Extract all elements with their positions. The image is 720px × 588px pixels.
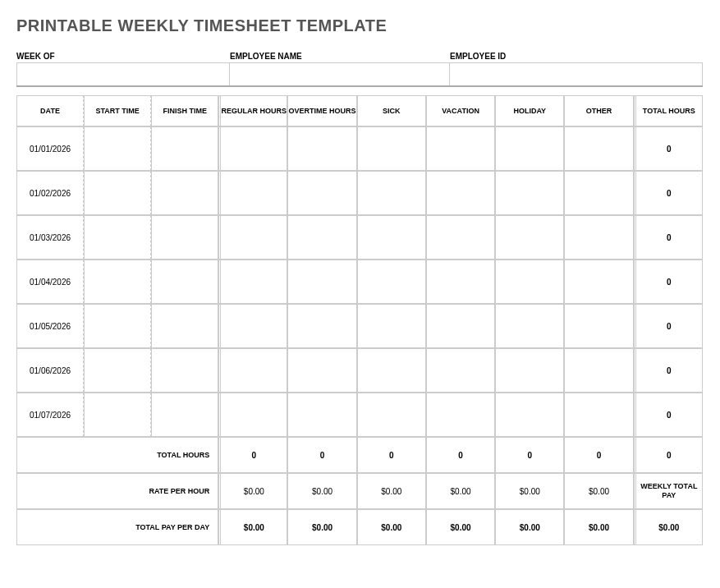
pay-label: TOTAL PAY PER DAY bbox=[16, 509, 218, 545]
overtime-cell[interactable] bbox=[287, 171, 356, 215]
employee-id-label: EMPLOYEE ID bbox=[450, 50, 703, 62]
row-total-cell: 0 bbox=[634, 393, 703, 437]
sick-cell[interactable] bbox=[357, 348, 426, 393]
finish-time-cell[interactable] bbox=[151, 393, 218, 437]
start-time-cell[interactable] bbox=[84, 393, 151, 437]
other-cell[interactable] bbox=[564, 260, 633, 304]
row-total-cell: 0 bbox=[634, 260, 703, 304]
rate-overtime[interactable]: $0.00 bbox=[287, 473, 356, 509]
employee-id-cell: EMPLOYEE ID bbox=[450, 50, 703, 85]
overtime-cell[interactable] bbox=[287, 215, 356, 260]
pay-holiday: $0.00 bbox=[495, 509, 564, 545]
table-row: 01/04/20260 bbox=[16, 260, 703, 304]
holiday-cell[interactable] bbox=[495, 215, 564, 260]
weekly-total-pay-label: WEEKLY TOTAL PAY bbox=[634, 473, 703, 509]
col-total: TOTAL HOURS bbox=[634, 95, 703, 126]
pay-vacation: $0.00 bbox=[426, 509, 495, 545]
other-cell[interactable] bbox=[564, 393, 633, 437]
holiday-cell[interactable] bbox=[495, 393, 564, 437]
vacation-cell[interactable] bbox=[426, 126, 495, 171]
start-time-cell[interactable] bbox=[84, 126, 151, 171]
pay-row: TOTAL PAY PER DAY $0.00 $0.00 $0.00 $0.0… bbox=[16, 509, 703, 545]
sick-cell[interactable] bbox=[357, 393, 426, 437]
table-row: 01/01/20260 bbox=[16, 126, 703, 171]
other-cell[interactable] bbox=[564, 304, 633, 348]
regular-cell[interactable] bbox=[218, 348, 287, 393]
pay-sick: $0.00 bbox=[357, 509, 426, 545]
sick-cell[interactable] bbox=[357, 260, 426, 304]
row-total-cell: 0 bbox=[634, 348, 703, 393]
vacation-cell[interactable] bbox=[426, 348, 495, 393]
header-row: DATE START TIME FINISH TIME REGULAR HOUR… bbox=[16, 95, 703, 126]
sick-cell[interactable] bbox=[357, 304, 426, 348]
holiday-cell[interactable] bbox=[495, 126, 564, 171]
holiday-cell[interactable] bbox=[495, 348, 564, 393]
row-total-cell: 0 bbox=[634, 304, 703, 348]
holiday-cell[interactable] bbox=[495, 260, 564, 304]
finish-time-cell[interactable] bbox=[151, 215, 218, 260]
employee-id-input[interactable] bbox=[450, 62, 703, 85]
rate-holiday[interactable]: $0.00 bbox=[495, 473, 564, 509]
other-cell[interactable] bbox=[564, 215, 633, 260]
sick-cell[interactable] bbox=[357, 126, 426, 171]
week-of-label: WEEK OF bbox=[16, 50, 230, 62]
other-cell[interactable] bbox=[564, 126, 633, 171]
start-time-cell[interactable] bbox=[84, 348, 151, 393]
vacation-cell[interactable] bbox=[426, 260, 495, 304]
col-start: START TIME bbox=[84, 95, 151, 126]
page-title: PRINTABLE WEEKLY TIMESHEET TEMPLATE bbox=[16, 16, 704, 35]
overtime-cell[interactable] bbox=[287, 393, 356, 437]
col-vacation: VACATION bbox=[426, 95, 495, 126]
regular-cell[interactable] bbox=[218, 393, 287, 437]
rate-vacation[interactable]: $0.00 bbox=[426, 473, 495, 509]
finish-time-cell[interactable] bbox=[151, 126, 218, 171]
start-time-cell[interactable] bbox=[84, 171, 151, 215]
start-time-cell[interactable] bbox=[84, 260, 151, 304]
overtime-cell[interactable] bbox=[287, 260, 356, 304]
other-cell[interactable] bbox=[564, 348, 633, 393]
overtime-cell[interactable] bbox=[287, 304, 356, 348]
vacation-cell[interactable] bbox=[426, 215, 495, 260]
col-overtime: OVERTIME HOURS bbox=[287, 95, 356, 126]
regular-cell[interactable] bbox=[218, 260, 287, 304]
regular-cell[interactable] bbox=[218, 171, 287, 215]
total-sick: 0 bbox=[357, 437, 426, 473]
rate-regular[interactable]: $0.00 bbox=[218, 473, 287, 509]
date-cell: 01/03/2026 bbox=[16, 215, 84, 260]
holiday-cell[interactable] bbox=[495, 171, 564, 215]
pay-overtime: $0.00 bbox=[287, 509, 356, 545]
employee-name-input[interactable] bbox=[230, 62, 450, 85]
rate-label: RATE PER HOUR bbox=[16, 473, 218, 509]
start-time-cell[interactable] bbox=[84, 215, 151, 260]
vacation-cell[interactable] bbox=[426, 171, 495, 215]
row-total-cell: 0 bbox=[634, 215, 703, 260]
overtime-cell[interactable] bbox=[287, 348, 356, 393]
regular-cell[interactable] bbox=[218, 126, 287, 171]
finish-time-cell[interactable] bbox=[151, 348, 218, 393]
sick-cell[interactable] bbox=[357, 171, 426, 215]
employee-name-cell: EMPLOYEE NAME bbox=[230, 50, 450, 85]
regular-cell[interactable] bbox=[218, 215, 287, 260]
col-sick: SICK bbox=[357, 95, 426, 126]
table-row: 01/03/20260 bbox=[16, 215, 703, 260]
other-cell[interactable] bbox=[564, 171, 633, 215]
rate-sick[interactable]: $0.00 bbox=[357, 473, 426, 509]
total-vacation: 0 bbox=[426, 437, 495, 473]
finish-time-cell[interactable] bbox=[151, 260, 218, 304]
total-regular: 0 bbox=[218, 437, 287, 473]
regular-cell[interactable] bbox=[218, 304, 287, 348]
week-of-input[interactable] bbox=[16, 62, 230, 85]
table-row: 01/06/20260 bbox=[16, 348, 703, 393]
vacation-cell[interactable] bbox=[426, 393, 495, 437]
finish-time-cell[interactable] bbox=[151, 304, 218, 348]
col-holiday: HOLIDAY bbox=[495, 95, 564, 126]
info-row: WEEK OF EMPLOYEE NAME EMPLOYEE ID bbox=[16, 50, 703, 87]
rate-other[interactable]: $0.00 bbox=[564, 473, 633, 509]
total-holiday: 0 bbox=[495, 437, 564, 473]
vacation-cell[interactable] bbox=[426, 304, 495, 348]
overtime-cell[interactable] bbox=[287, 126, 356, 171]
finish-time-cell[interactable] bbox=[151, 171, 218, 215]
sick-cell[interactable] bbox=[357, 215, 426, 260]
holiday-cell[interactable] bbox=[495, 304, 564, 348]
start-time-cell[interactable] bbox=[84, 304, 151, 348]
